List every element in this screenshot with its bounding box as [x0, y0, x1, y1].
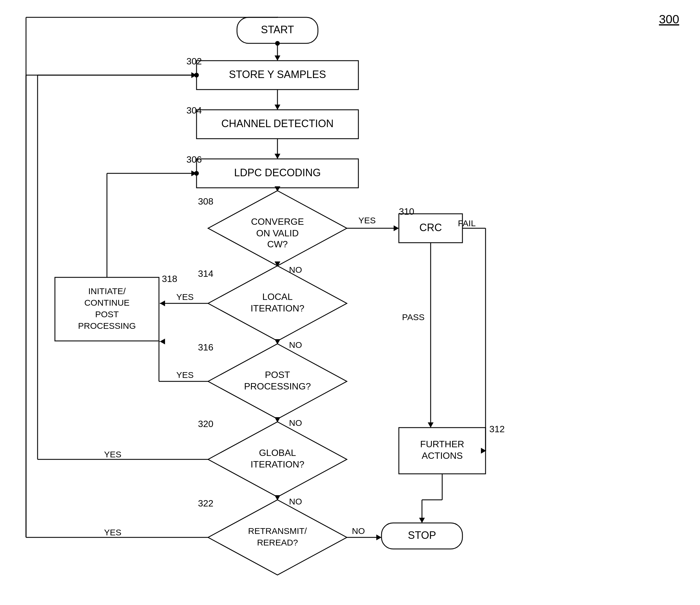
initiate-label1: INITIATE/	[88, 286, 126, 296]
no-label-retransmit: NO	[352, 526, 365, 536]
retransmit-label2: REREAD?	[257, 538, 298, 547]
ref-320: 320	[198, 419, 213, 429]
svg-marker-19	[160, 301, 165, 306]
svg-marker-41	[376, 534, 381, 540]
further-label1: FURTHER	[420, 439, 464, 449]
converge-label2: ON VALID	[256, 228, 299, 238]
store-y-label: STORE Y SAMPLES	[229, 69, 326, 80]
svg-marker-7	[275, 186, 280, 192]
junction-store-y	[194, 73, 199, 77]
ldpc-label: LDPC DECODING	[234, 167, 321, 179]
ref-308: 308	[198, 196, 213, 207]
stop-label: STOP	[408, 529, 436, 541]
global-iter-label1: GLOBAL	[259, 448, 296, 458]
svg-marker-36	[275, 495, 280, 500]
initiate-label3: POST	[95, 309, 119, 319]
global-iter-label2: ITERATION?	[251, 459, 304, 470]
no-label-converge: NO	[289, 265, 302, 275]
no-label-global: NO	[289, 497, 302, 506]
svg-marker-9	[394, 225, 399, 231]
ref-316: 316	[198, 342, 213, 352]
ref-306: 306	[186, 154, 202, 165]
fail-label: FAIL	[458, 219, 476, 228]
svg-marker-1	[275, 55, 280, 61]
ref-314: 314	[198, 269, 213, 279]
no-label-post: NO	[289, 418, 302, 428]
junction-start	[275, 41, 280, 46]
post-proc-label2: PROCESSING?	[244, 381, 311, 392]
svg-marker-15	[428, 422, 433, 428]
initiate-label2: CONTINUE	[84, 298, 130, 307]
svg-marker-30	[275, 417, 280, 422]
crc-label: CRC	[419, 222, 442, 233]
yes-label-retransmit: YES	[104, 528, 121, 537]
pass-label: PASS	[402, 312, 425, 322]
ref-304: 304	[186, 105, 202, 116]
ref-302: 302	[186, 56, 202, 67]
svg-marker-3	[275, 105, 280, 110]
svg-marker-5	[275, 154, 280, 159]
initiate-label4: PROCESSING	[78, 321, 136, 330]
yes-label-global: YES	[104, 450, 121, 459]
ref-310: 310	[399, 206, 414, 217]
start-label: START	[261, 24, 294, 35]
local-iter-label1: LOCAL	[262, 292, 293, 302]
svg-marker-28	[160, 338, 165, 345]
ref-322: 322	[198, 498, 213, 508]
yes-label-local: YES	[176, 292, 194, 302]
junction-ldpc	[194, 171, 199, 176]
ref-318: 318	[162, 274, 177, 284]
svg-marker-24	[275, 339, 280, 345]
ref-312: 312	[489, 424, 505, 434]
no-label-local: NO	[289, 340, 302, 350]
local-iter-label2: ITERATION?	[251, 303, 304, 313]
further-label2: ACTIONS	[422, 450, 463, 461]
converge-label3: CW?	[267, 239, 288, 249]
flowchart-diagram: 300 START STORE Y SAMPLES 302 CHANNEL DE…	[0, 0, 700, 605]
channel-detection-label: CHANNEL DETECTION	[221, 118, 334, 129]
yes-label-converge: YES	[358, 216, 376, 225]
svg-marker-45	[419, 518, 425, 523]
yes-label-post: YES	[176, 370, 194, 380]
retransmit-label1: RETRANSMIT/	[248, 526, 307, 536]
converge-label: CONVERGE	[251, 217, 304, 227]
post-proc-label1: POST	[265, 370, 290, 380]
ref-300: 300	[659, 12, 679, 26]
